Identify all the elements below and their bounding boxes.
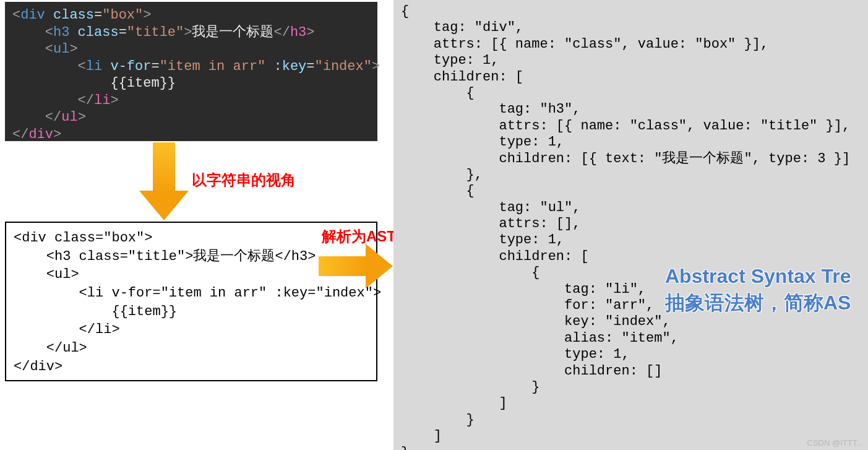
code-token: <	[12, 25, 53, 40]
code-token: div	[28, 127, 53, 142]
code-token: >	[143, 7, 151, 23]
code-token: >	[306, 25, 314, 40]
code-token: </	[12, 93, 94, 108]
code-token: <	[12, 41, 53, 57]
code-token: h3	[53, 25, 69, 40]
code-token: =	[119, 25, 127, 40]
code-token: ul	[53, 41, 69, 57]
code-token: 我是一个标题	[192, 25, 273, 40]
code-token: >	[372, 59, 380, 74]
code-token: =	[306, 59, 314, 74]
arrow-down-icon	[139, 142, 189, 220]
code-token: ul	[61, 110, 77, 125]
code-token: class	[45, 7, 94, 23]
code-token: "box"	[102, 7, 143, 23]
code-token: {{item}}	[12, 76, 176, 91]
ast-title: Abstract Syntax Tre 抽象语法树，简称AS	[665, 263, 851, 316]
code-token: "title"	[127, 25, 184, 40]
code-token: </	[12, 110, 61, 125]
code-token: =	[151, 59, 159, 74]
code-token: =	[94, 7, 102, 23]
code-token: div	[20, 7, 45, 23]
code-token: <	[12, 7, 20, 23]
code-token: h3	[290, 25, 306, 40]
code-token: >	[69, 41, 77, 57]
label-string-view: 以字符串的视角	[192, 170, 296, 190]
code-token: >	[184, 25, 192, 40]
code-token: </	[273, 25, 290, 40]
vue-template-code-dark: <div class="box"> <h3 class="title">我是一个…	[5, 2, 377, 141]
arrow-right-icon	[319, 244, 393, 288]
code-token: :key	[265, 59, 306, 74]
watermark: CSDN @ITTT...	[807, 438, 863, 448]
code-token: "index"	[315, 59, 372, 74]
ast-output: { tag: "div", attrs: [{ name: "class", v…	[393, 0, 868, 450]
code-token: "item in arr"	[160, 59, 266, 74]
code-token: class	[69, 25, 118, 40]
code-token: >	[53, 127, 61, 142]
code-token: <	[12, 59, 86, 74]
code-token: >	[110, 93, 118, 108]
code-token: >	[78, 110, 86, 125]
code-token: li	[86, 59, 102, 74]
code-token: </	[12, 127, 28, 142]
code-token: li	[94, 93, 110, 108]
code-token: v-for	[102, 59, 151, 74]
